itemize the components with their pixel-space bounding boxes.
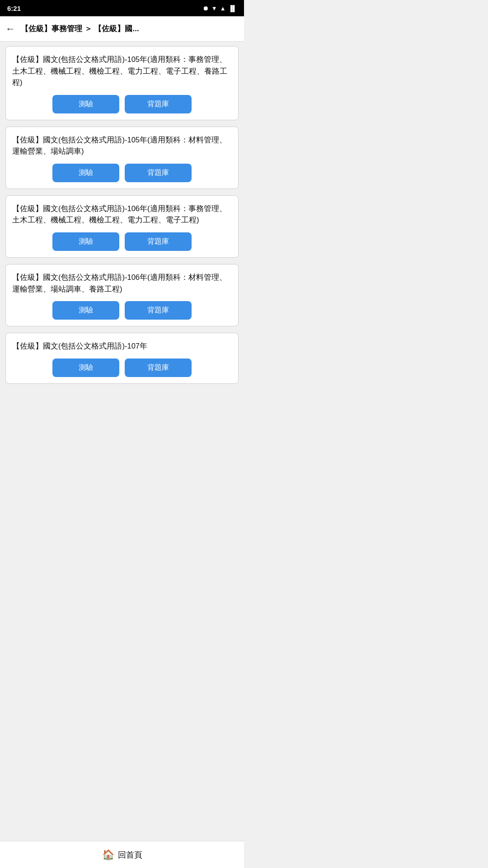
page-title: 【佐級】事務管理 ＞ 【佐級】國... [21,24,239,34]
card-3-test-button[interactable]: 測驗 [52,232,119,251]
signal-icon: ▲ [220,5,226,12]
card-2-bank-button[interactable]: 背題庫 [125,164,192,182]
card-5-bank-button[interactable]: 背題庫 [125,359,192,377]
card-4-test-button[interactable]: 測驗 [52,301,119,320]
card-5-test-button[interactable]: 測驗 [52,359,119,377]
card-5: 【佐級】國文(包括公文格式用語)-107年測驗背題庫 [5,333,239,384]
card-1: 【佐級】國文(包括公文格式用語)-105年(適用類科：事務管理、土木工程、機械工… [5,46,239,120]
card-3: 【佐級】國文(包括公文格式用語)-106年(適用類科：事務管理、土木工程、機械工… [5,195,239,258]
card-5-title: 【佐級】國文(包括公文格式用語)-107年 [12,340,232,352]
card-3-buttons: 測驗背題庫 [12,232,232,251]
card-1-buttons: 測驗背題庫 [12,95,232,113]
card-2-title: 【佐級】國文(包括公文格式用語)-105年(適用類科：材料管理、運輸營業、場站調… [12,134,232,157]
card-4-buttons: 測驗背題庫 [12,301,232,320]
record-icon: ⏺ [203,5,209,12]
card-1-test-button[interactable]: 測驗 [52,95,119,113]
status-icons: ⏺ ▼ ▲ ▐▌ [203,5,237,12]
card-1-title: 【佐級】國文(包括公文格式用語)-105年(適用類科：事務管理、土木工程、機械工… [12,54,232,89]
status-time: 6:21 [7,5,21,12]
card-2: 【佐級】國文(包括公文格式用語)-105年(適用類科：材料管理、運輸營業、場站調… [5,127,239,189]
card-4: 【佐級】國文(包括公文格式用語)-106年(適用類科：材料管理、運輸營業、場站調… [5,264,239,326]
card-3-title: 【佐級】國文(包括公文格式用語)-106年(適用類科：事務管理、土木工程、機械工… [12,203,232,226]
card-3-bank-button[interactable]: 背題庫 [125,232,192,251]
card-4-title: 【佐級】國文(包括公文格式用語)-106年(適用類科：材料管理、運輸營業、場站調… [12,272,232,295]
status-bar: 6:21 ⏺ ▼ ▲ ▐▌ [0,0,244,16]
wifi-icon: ▼ [211,5,217,12]
card-2-buttons: 測驗背題庫 [12,164,232,182]
card-5-buttons: 測驗背題庫 [12,359,232,377]
toolbar: ← 【佐級】事務管理 ＞ 【佐級】國... [0,16,244,42]
card-4-bank-button[interactable]: 背題庫 [125,301,192,320]
battery-icon: ▐▌ [229,5,237,12]
card-2-test-button[interactable]: 測驗 [52,164,119,182]
card-1-bank-button[interactable]: 背題庫 [125,95,192,113]
back-button[interactable]: ← [5,24,15,34]
main-content: 【佐級】國文(包括公文格式用語)-105年(適用類科：事務管理、土木工程、機械工… [0,42,244,420]
